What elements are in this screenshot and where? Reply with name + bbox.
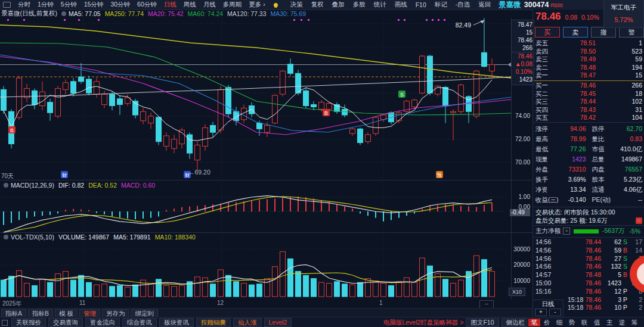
stats-value: 76557 (605, 164, 643, 175)
bottom-tab-2[interactable]: 资金流向 (85, 318, 120, 327)
zoom-out-button[interactable]: - (549, 309, 561, 316)
book-price: 78.49 (556, 55, 612, 64)
toolbar-action-4[interactable]: 统计 (370, 1, 391, 9)
tape-tab-笔[interactable]: 笔 (528, 319, 540, 326)
period-tab-7[interactable]: 周线 (180, 1, 200, 9)
trade-buttons: 买卖撤警 (535, 27, 644, 38)
book-price: 78.43 (556, 106, 612, 114)
tape-tab-细[interactable]: 细 (553, 319, 565, 326)
toolbar-action-0[interactable]: 决策 (286, 1, 307, 9)
tape-row[interactable]: 15:0078.461423328 (533, 279, 644, 288)
toolbar-action-3[interactable]: 多股 (349, 1, 370, 9)
scroll-indicator[interactable]: -- (479, 300, 494, 309)
svg-text:←69.20: ←69.20 (188, 169, 210, 176)
trade-button-撤[interactable]: 撤 (591, 27, 616, 38)
stock-name: 景嘉微 (499, 0, 521, 10)
tape-row[interactable]: 14:5678.4462S17 (533, 238, 644, 247)
tape-row[interactable]: 14:5678.4627S7 (533, 255, 644, 263)
volume-axis-label: 30000 (510, 246, 530, 253)
indicator-tab-1[interactable]: 指标B (28, 309, 53, 317)
toolbar-action-1[interactable]: 复权 (307, 1, 328, 9)
stock-flag-badge: R500 (550, 2, 562, 8)
period-zoom-controls: 日线 + - (532, 300, 564, 318)
period-tab-4[interactable]: 30分钟 (107, 1, 134, 9)
sector-box[interactable]: 军工电子 5.72% (603, 0, 644, 28)
period-tab-6[interactable]: 日线 (160, 1, 180, 9)
toolbar-action-7[interactable]: 标记 (431, 1, 451, 9)
trade-button-警[interactable]: 警 (619, 27, 644, 38)
period-tab-1[interactable]: 1分钟 (34, 1, 57, 9)
book-row[interactable]: 买一78.46266 (533, 82, 644, 90)
period-tab-9[interactable]: 多周期 (219, 1, 246, 9)
period-tab-0[interactable]: 分时 (14, 1, 34, 9)
main-axis-label: 72.00 (510, 136, 530, 142)
indicator-tab-4[interactable]: 另存为 (102, 309, 129, 317)
period-tabs: 分时1分钟5分钟15分钟30分钟60分钟日线周线月线多周期更多 › (14, 1, 269, 9)
tape-row[interactable]: 14:5778.485B2 (533, 271, 644, 279)
period-tab-3[interactable]: 15分钟 (80, 1, 107, 9)
stats-row: 涨停94.06跌停62.70 (533, 124, 644, 134)
trade-button-卖[interactable]: 卖 (563, 27, 588, 38)
f10-button[interactable]: 图文F10 (466, 318, 499, 327)
sidebar-button[interactable]: 侧边栏 (501, 318, 530, 327)
macd-value-1: DIF: 0.82 (58, 182, 84, 189)
right-quote-panel: 78.46 0.08 0.10% 买卖撤警 卖五78.511卖四78.50523… (532, 10, 644, 327)
toolbar-action-5[interactable]: 画线 (391, 1, 411, 9)
tape-row[interactable]: 15:1678.4612P8 (533, 288, 644, 296)
bottom-tab-6[interactable]: 仙人涨 (233, 318, 262, 327)
indicator-tab-2[interactable]: 模 板 (55, 309, 78, 317)
book-row[interactable]: 买五78.42104 (533, 114, 644, 122)
zoom-in-button[interactable]: + (535, 309, 547, 316)
book-level-label: 买一 (535, 82, 556, 90)
toolbar-action-2[interactable]: 叠加 (328, 1, 349, 9)
toolbar-action-8[interactable]: -自选 (451, 1, 475, 9)
promo-link[interactable]: 电脑版Level2盯盘策略神器 > (383, 319, 464, 327)
bottom-tab-1[interactable]: 交易查询 (48, 318, 83, 327)
book-row[interactable]: 卖二78.48194 (533, 64, 644, 72)
tape-tab-势[interactable]: 势 (566, 319, 578, 326)
indicator-tab-5[interactable]: 绑定到 (131, 309, 158, 317)
collapse-icon[interactable] (61, 11, 66, 16)
bottom-tab-3[interactable]: 综合资讯 (122, 318, 157, 327)
toolbar-action-6[interactable]: F10 (411, 1, 431, 8)
window-icon[interactable] (3, 2, 11, 8)
book-row[interactable]: 买三78.44102 (533, 98, 644, 106)
bottom-tab-4[interactable]: 板块资讯 (159, 318, 194, 327)
tape-tab-筹[interactable]: 筹 (628, 319, 640, 326)
bulb-icon (274, 3, 278, 7)
period-tab-2[interactable]: 5分钟 (57, 1, 80, 9)
bottom-tab-0[interactable]: 关联报价 (11, 318, 46, 327)
vol-value-0: VOL-TDX(5,10) (11, 233, 54, 241)
book-volume: 523 (612, 48, 642, 56)
book-row[interactable]: 卖五78.511 (533, 39, 644, 48)
collapse-icon[interactable] (4, 183, 8, 188)
indicator-tab-0[interactable]: 指标A (1, 309, 26, 317)
alert-icon[interactable]: ∷ (636, 217, 642, 224)
tape-tab-联[interactable]: 联 (578, 319, 590, 326)
tape-tab-价[interactable]: 价 (541, 319, 553, 326)
list-icon[interactable]: ≡ (563, 228, 570, 235)
toolbar-action-9[interactable]: 返回 (474, 1, 495, 9)
tape-tab-主[interactable]: 主 (603, 319, 615, 326)
period-tab-5[interactable]: 60分钟 (134, 1, 160, 9)
chart-canvas[interactable]: BBS财财预82.49←69.2070天 (0, 18, 532, 300)
period-tab-8[interactable]: 月线 (200, 1, 219, 9)
book-row[interactable]: 卖三78.4959 (533, 55, 644, 64)
book-row[interactable]: 卖四78.50523 (533, 48, 644, 56)
bottom-tab-7[interactable]: Level2 (264, 318, 292, 327)
tape-row[interactable]: 14:5678.46132S1 (533, 263, 644, 271)
indicator-tab-3[interactable]: 管理 (79, 309, 100, 317)
collapse-icon[interactable] (4, 235, 8, 239)
tape-tab-值[interactable]: 值 (591, 319, 603, 326)
stats-label: 最高 (535, 134, 548, 144)
trade-button-买[interactable]: 买 (535, 27, 560, 38)
stats-value: 78.99 (548, 134, 586, 144)
book-row[interactable]: 买四78.4331 (533, 106, 644, 114)
bottom-tab-5[interactable]: 投顾锦囊 (196, 318, 231, 327)
tape-tab-逆[interactable]: 逆 (616, 319, 628, 326)
book-row[interactable]: 卖一78.4715 (533, 71, 644, 80)
checkbox-icon[interactable] (2, 320, 8, 326)
tape-row[interactable]: 14:5678.4659B14 (533, 247, 644, 255)
book-row[interactable]: 买二78.4518 (533, 90, 644, 98)
period-tab-10[interactable]: 更多 › (245, 1, 268, 9)
